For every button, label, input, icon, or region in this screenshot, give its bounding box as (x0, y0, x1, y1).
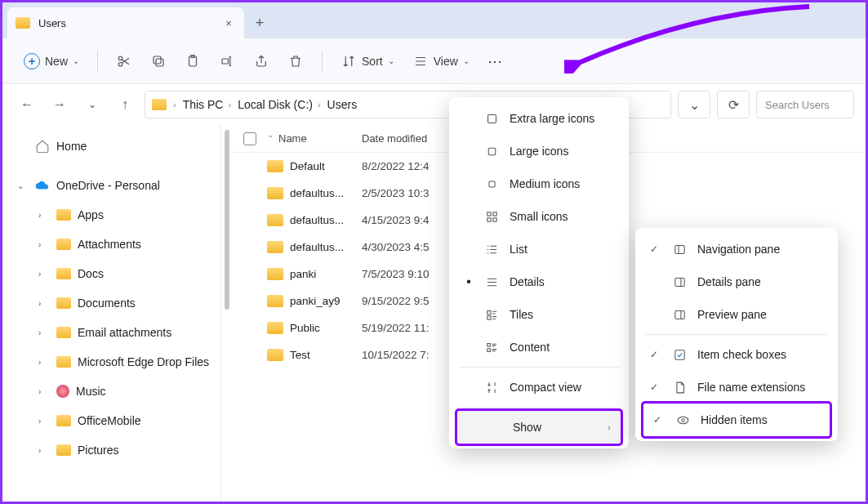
menu-item-label: Large icons (510, 145, 568, 158)
view-menu: Extra large icons Large icons Medium ico… (449, 97, 629, 448)
tab-users[interactable]: Users × (7, 7, 244, 38)
share-button[interactable] (247, 48, 276, 74)
cut-button[interactable] (109, 48, 139, 74)
check-icon: ✓ (650, 243, 661, 255)
menu-compact-view[interactable]: Compact view (454, 371, 624, 404)
menu-file-name-extensions[interactable]: ✓ File name extensions (640, 371, 833, 404)
chevron-right-icon[interactable]: › (38, 358, 50, 367)
crumb-thispc[interactable]: This PC› (183, 98, 231, 111)
menu-extra-large-icons[interactable]: Extra large icons (454, 102, 624, 135)
add-tab-button[interactable]: + (244, 7, 275, 38)
sidebar-item-label: Pictures (78, 444, 119, 457)
view-button[interactable]: View ⌄ (406, 48, 476, 74)
svg-rect-15 (487, 315, 490, 319)
file-name: defaultus... (290, 214, 344, 226)
sidebar-item-music[interactable]: › Music (2, 377, 220, 406)
recent-button[interactable]: ⌄ (79, 91, 105, 118)
chevron-right-icon[interactable]: › (38, 387, 50, 396)
menu-show-label: Show (513, 421, 541, 434)
close-tab-button[interactable]: × (221, 16, 236, 30)
back-button[interactable]: ← (14, 91, 40, 118)
crumb-localdisk[interactable]: Local Disk (C:)› (238, 98, 320, 111)
chevron-right-icon[interactable]: › (38, 299, 50, 308)
chevron-right-icon[interactable]: › (38, 328, 50, 337)
music-icon (56, 385, 69, 398)
chevron-right-icon[interactable]: › (38, 417, 50, 426)
scrollbar[interactable] (221, 125, 233, 502)
new-label: New (45, 55, 68, 68)
chevron-right-icon[interactable]: › (38, 211, 50, 220)
menu-large-icons[interactable]: Large icons (454, 135, 624, 167)
menu-item-label: Preview pane (697, 308, 767, 321)
sidebar-item-microsoft-edge-drop-files[interactable]: › Microsoft Edge Drop Files (2, 347, 220, 377)
sidebar-item-email-attachments[interactable]: › Email attachments (2, 318, 220, 347)
new-button[interactable]: + New ⌄ (17, 48, 86, 74)
more-button[interactable]: ⋯ (481, 47, 510, 75)
view-label: View (434, 55, 458, 68)
sidebar-item-label: Attachments (78, 238, 141, 251)
folder-icon (56, 268, 71, 279)
sidebar-home[interactable]: Home (2, 132, 220, 161)
l-icon (483, 145, 500, 158)
menu-item-label: Hidden items (701, 413, 768, 426)
menu-small-icons[interactable]: Small icons (454, 200, 624, 233)
check-icon: ✓ (650, 349, 661, 360)
column-name[interactable]: ⌃Name (267, 132, 358, 145)
chevron-right-icon[interactable]: › (38, 240, 50, 249)
sidebar-item-docs[interactable]: › Docs (2, 259, 220, 288)
forward-button[interactable]: → (47, 91, 73, 118)
search-input[interactable]: Search Users (756, 91, 854, 118)
up-button[interactable]: ↑ (112, 91, 138, 118)
sidebar-item-documents[interactable]: › Documents (2, 288, 220, 318)
select-all-checkbox[interactable] (243, 132, 256, 145)
svg-rect-14 (487, 310, 490, 314)
sidebar-item-label: Docs (78, 267, 104, 280)
menu-preview-pane[interactable]: Preview pane (640, 298, 833, 331)
s-icon (483, 210, 500, 224)
menu-hidden-items[interactable]: ✓ Hidden items (643, 404, 830, 436)
refresh-button[interactable]: ⟳ (717, 91, 750, 118)
rename-button[interactable] (212, 48, 242, 74)
menu-item-label: Medium icons (510, 177, 580, 190)
svg-rect-6 (222, 59, 229, 64)
menu-list[interactable]: List (454, 233, 624, 265)
menu-content[interactable]: Content (454, 331, 624, 364)
chevron-right-icon[interactable]: › (38, 446, 50, 455)
folder-icon (56, 209, 71, 221)
list-icon (483, 243, 500, 256)
menu-item-label: Item check boxes (697, 348, 786, 361)
menu-details-pane[interactable]: Details pane (640, 265, 833, 298)
check-icon: ✓ (650, 381, 661, 393)
chevron-right-icon[interactable]: › (38, 270, 50, 279)
sidebar-item-attachments[interactable]: › Attachments (2, 230, 220, 259)
copy-button[interactable] (144, 48, 173, 74)
menu-item-check-boxes[interactable]: ✓ Item check boxes (640, 338, 833, 371)
sidebar-item-apps[interactable]: › Apps (2, 200, 220, 230)
sort-label: Sort (362, 55, 383, 68)
navpane-icon (671, 243, 688, 256)
folder-icon (267, 187, 283, 199)
sidebar-item-officemobile[interactable]: › OfficeMobile (2, 406, 220, 435)
sidebar-onedrive[interactable]: ⌄ OneDrive - Personal (2, 171, 220, 200)
tab-title: Users (38, 17, 66, 29)
menu-tiles[interactable]: Tiles (454, 298, 624, 331)
checkbox-icon (671, 348, 688, 362)
sidebar-item-pictures[interactable]: › Pictures (2, 435, 220, 465)
menu-medium-icons[interactable]: Medium icons (454, 167, 624, 200)
menu-show[interactable]: Show › (457, 411, 621, 444)
folder-icon (267, 241, 283, 253)
chevron-down-icon[interactable]: ⌄ (17, 181, 29, 190)
menu-details[interactable]: • Details (454, 265, 624, 298)
plus-circle-icon: + (24, 53, 40, 69)
menu-navigation-pane[interactable]: ✓ Navigation pane (640, 233, 833, 265)
sort-button[interactable]: Sort ⌄ (334, 48, 401, 74)
folder-icon (267, 295, 283, 307)
history-dropdown[interactable]: ⌄ (678, 91, 710, 118)
paste-button[interactable] (178, 48, 207, 74)
menu-item-label: Content (510, 341, 550, 354)
svg-rect-8 (488, 148, 496, 155)
crumb-users[interactable]: Users (327, 98, 358, 111)
delete-button[interactable] (281, 48, 310, 74)
file-name: panki (290, 268, 316, 280)
folder-icon (56, 239, 71, 250)
